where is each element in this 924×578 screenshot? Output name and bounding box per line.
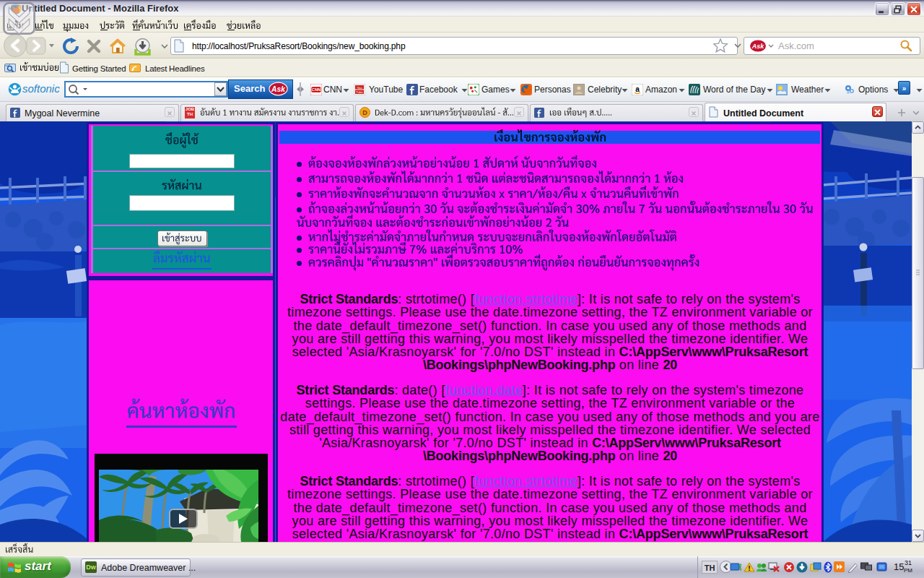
svg-text:Ask: Ask (271, 85, 286, 93)
svg-text:Tube: Tube (356, 90, 363, 94)
svg-text:You: You (357, 86, 362, 90)
svg-text:CNN: CNN (312, 87, 321, 92)
svg-text:D: D (362, 109, 367, 116)
svg-text:Ask: Ask (751, 43, 765, 50)
svg-text:a: a (635, 85, 640, 93)
